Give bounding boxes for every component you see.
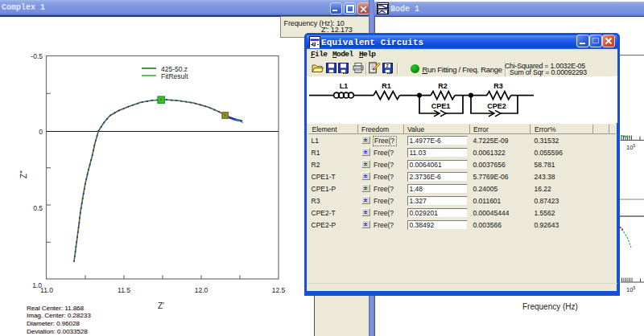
svg-text:Z'': Z'': [19, 170, 28, 178]
svg-text:-0.5: -0.5: [31, 52, 43, 60]
svg-text:5: 5: [634, 285, 636, 290]
svg-text:R2: R2: [438, 82, 448, 90]
svg-text:L1: L1: [340, 82, 349, 90]
svg-text:10: 10: [626, 286, 633, 293]
svg-text:0.5: 0.5: [33, 204, 43, 212]
svg-text:11.5: 11.5: [118, 286, 130, 294]
svg-text:11.0: 11.0: [40, 286, 53, 294]
svg-text:FitResult: FitResult: [161, 72, 188, 80]
svg-text:12.5: 12.5: [272, 286, 286, 294]
svg-text:R3: R3: [493, 82, 503, 90]
svg-text:R1: R1: [382, 82, 391, 90]
svg-text:12.0: 12.0: [195, 286, 208, 294]
svg-text:CPE1: CPE1: [431, 102, 451, 110]
svg-text:CPE2: CPE2: [487, 102, 506, 110]
svg-text:Z': Z': [158, 301, 164, 310]
svg-text:10: 10: [626, 144, 633, 151]
svg-text:5: 5: [634, 143, 636, 148]
svg-text:0: 0: [39, 128, 43, 136]
